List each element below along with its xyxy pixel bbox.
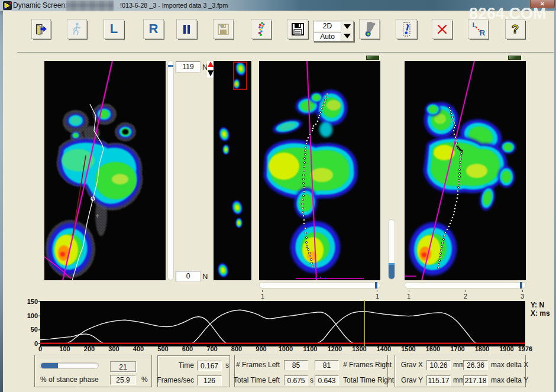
svg-text:400: 400: [133, 345, 144, 352]
svg-text:300: 300: [108, 345, 119, 352]
svg-text:500: 500: [157, 345, 168, 352]
svg-text:50: 50: [31, 326, 38, 333]
svg-text:Y: N: Y: N: [531, 301, 544, 309]
svg-text:1100: 1100: [303, 345, 318, 352]
svg-text:600: 600: [182, 345, 193, 352]
svg-text:0: 0: [38, 345, 42, 352]
svg-text:200: 200: [84, 345, 95, 352]
svg-text:1200: 1200: [328, 345, 342, 352]
svg-text:1700: 1700: [450, 345, 464, 352]
svg-text:1976: 1976: [518, 345, 532, 352]
svg-text:100: 100: [59, 345, 70, 352]
svg-text:1600: 1600: [426, 345, 440, 352]
svg-text:X: ms: X: ms: [531, 309, 550, 318]
svg-text:1300: 1300: [352, 345, 366, 352]
svg-text:150: 150: [27, 298, 38, 305]
svg-text:800: 800: [231, 345, 242, 352]
svg-text:700: 700: [206, 345, 217, 352]
svg-text:1400: 1400: [377, 345, 391, 352]
svg-text:100: 100: [27, 312, 38, 319]
svg-text:0: 0: [34, 340, 38, 347]
svg-text:900: 900: [256, 345, 266, 352]
svg-text:1500: 1500: [401, 345, 415, 352]
svg-text:1800: 1800: [475, 345, 489, 352]
svg-text:1000: 1000: [279, 345, 293, 352]
svg-text:1900: 1900: [499, 345, 513, 352]
